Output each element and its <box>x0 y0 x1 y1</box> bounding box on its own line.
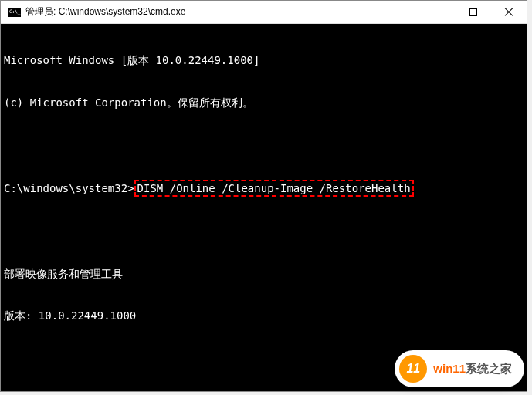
logo-badge: 11 win11系统之家 <box>395 350 524 387</box>
logo-text-orange: win11 <box>433 362 466 375</box>
terminal-line-copyright: (c) Microsoft Corporation。保留所有权利。 <box>4 96 524 110</box>
minimize-icon <box>434 12 442 12</box>
terminal-line-tool: 部署映像服务和管理工具 <box>4 267 524 281</box>
close-button[interactable] <box>491 1 527 24</box>
terminal-content[interactable]: Microsoft Windows [版本 10.0.22449.1000] (… <box>1 24 527 391</box>
logo-circle-icon: 11 <box>399 355 427 383</box>
minimize-button[interactable] <box>420 1 456 24</box>
window-controls <box>420 1 527 24</box>
maximize-icon <box>469 8 477 16</box>
close-icon <box>504 8 513 17</box>
window-title: 管理员: C:\windows\system32\cmd.exe <box>25 5 420 19</box>
terminal-line-version: Microsoft Windows [版本 10.0.22449.1000] <box>4 53 524 67</box>
cmd-icon <box>8 8 21 17</box>
highlighted-command: DISM /Online /Cleanup-Image /RestoreHeal… <box>134 180 414 197</box>
terminal-line-tool-version: 版本: 10.0.22449.1000 <box>4 309 524 322</box>
cmd-window: 管理员: C:\windows\system32\cmd.exe Microso… <box>0 0 527 392</box>
terminal-command-line: C:\windows\system32>DISM /Online /Cleanu… <box>4 180 524 197</box>
maximize-button[interactable] <box>456 1 491 24</box>
prompt-path: C:\windows\system32> <box>4 182 134 194</box>
titlebar[interactable]: 管理员: C:\windows\system32\cmd.exe <box>1 1 527 24</box>
logo-text: win11系统之家 <box>433 362 512 376</box>
logo-text-gray: 系统之家 <box>466 362 512 375</box>
